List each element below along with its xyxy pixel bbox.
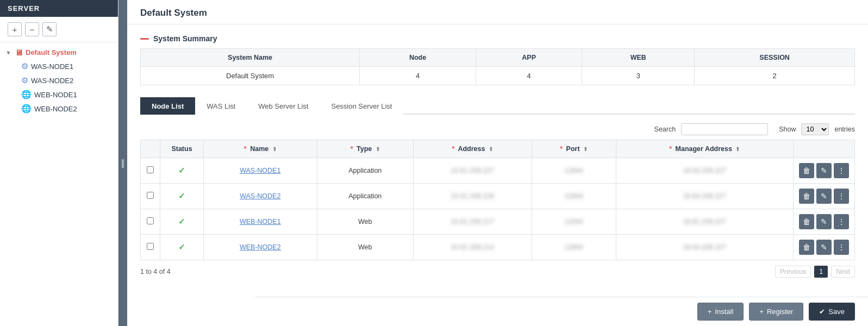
delete-row-button[interactable]: 🗑 xyxy=(799,214,814,229)
plus-icon: + xyxy=(13,25,17,34)
row-manager-address: 18.64.208.227 xyxy=(616,235,793,260)
more-icon: ⋮ xyxy=(838,192,845,200)
sort-icon[interactable]: ⬆ xyxy=(376,146,380,152)
table-row: ✓ WEB-NODE2 Web 10.61.208.214 12844 18.6… xyxy=(141,235,855,260)
system-summary-section-title: System Summary xyxy=(140,34,855,43)
pencil-icon: ✎ xyxy=(821,243,827,252)
main-body: System Summary System Name Node APP WEB … xyxy=(127,24,868,326)
col-type: * Type ⬆ xyxy=(317,140,413,158)
main-content: Default System System Summary System Nam… xyxy=(127,0,868,326)
sidebar-item-label: WAS-NODE1 xyxy=(31,62,73,71)
sort-icon[interactable]: ⬆ xyxy=(489,146,493,152)
table-toolbar: Search Show 10 25 50 100 entries xyxy=(140,123,855,135)
required-indicator: * xyxy=(669,145,672,153)
delete-row-button[interactable]: 🗑 xyxy=(799,240,814,255)
row-checkbox[interactable] xyxy=(147,166,154,173)
sidebar-item-label: WEB-NODE1 xyxy=(34,91,77,99)
more-row-button[interactable]: ⋮ xyxy=(834,189,849,204)
web-node-icon: 🌐 xyxy=(21,104,32,114)
summary-col-system-name: System Name xyxy=(141,49,360,67)
status-check-icon: ✓ xyxy=(178,242,185,252)
register-button[interactable]: + Register xyxy=(749,303,803,321)
sidebar-item-was-node1[interactable]: ⚙ WAS-NODE1 xyxy=(0,59,118,73)
summary-col-app: APP xyxy=(476,49,582,67)
row-port: 12844 xyxy=(532,184,616,209)
summary-session: 2 xyxy=(695,67,855,85)
row-checkbox[interactable] xyxy=(147,192,154,199)
show-select[interactable]: 10 25 50 100 xyxy=(801,123,829,135)
col-name: * Name ⬆ xyxy=(204,140,317,158)
status-check-icon: ✓ xyxy=(178,217,185,226)
pagination-info: 1 to 4 of 4 xyxy=(140,268,171,275)
save-button[interactable]: ✔ Save xyxy=(809,303,855,321)
more-row-button[interactable]: ⋮ xyxy=(834,214,849,229)
edit-row-button[interactable]: ✎ xyxy=(816,214,832,229)
more-row-button[interactable]: ⋮ xyxy=(834,240,849,255)
col-manager-address: * Manager Address ⬆ xyxy=(616,140,793,158)
row-manager-address: 18.81.208.227 xyxy=(616,209,793,235)
sidebar-item-label: WEB-NODE2 xyxy=(34,105,77,113)
page-1-button[interactable]: 1 xyxy=(814,266,828,278)
row-name[interactable]: WAS-NODE2 xyxy=(204,184,317,209)
row-checkbox[interactable] xyxy=(147,243,154,250)
minus-icon: − xyxy=(30,25,35,34)
show-label: Show xyxy=(779,126,796,133)
next-label: Next xyxy=(836,268,850,275)
next-page-button[interactable]: Next xyxy=(831,266,855,278)
tree-arrow-icon: ▼ xyxy=(5,49,12,56)
row-type: Web xyxy=(317,235,413,260)
table-row: ✓ WAS-NODE2 Application 10.61.208.228 12… xyxy=(141,184,855,209)
row-checkbox[interactable] xyxy=(147,217,154,224)
main-header: Default System xyxy=(127,0,868,24)
row-checkbox-cell xyxy=(141,158,160,184)
register-label: Register xyxy=(767,308,793,316)
tab-web-server-list[interactable]: Web Server List xyxy=(247,97,320,115)
row-name[interactable]: WAS-NODE1 xyxy=(204,158,317,184)
sidebar-item-was-node2[interactable]: ⚙ WAS-NODE2 xyxy=(0,73,118,87)
edit-row-button[interactable]: ✎ xyxy=(816,240,832,255)
delete-row-button[interactable]: 🗑 xyxy=(799,163,814,178)
edit-server-button[interactable]: ✎ xyxy=(42,22,57,36)
sort-icon[interactable]: ⬆ xyxy=(583,146,588,152)
row-address: 10.61.208.228 xyxy=(413,184,532,209)
tab-node-list[interactable]: Node List xyxy=(140,97,195,115)
more-icon: ⋮ xyxy=(838,166,845,175)
page-number: 1 xyxy=(819,268,823,275)
edit-row-button[interactable]: ✎ xyxy=(816,189,832,204)
page-title: Default System xyxy=(140,8,207,18)
sidebar-item-web-node1[interactable]: 🌐 WEB-NODE1 xyxy=(0,87,118,102)
web-node-icon: 🌐 xyxy=(21,90,32,99)
edit-row-button[interactable]: ✎ xyxy=(816,163,832,178)
sidebar-collapse-handle[interactable]: ║ xyxy=(118,0,127,326)
pagination-row: 1 to 4 of 4 Previous 1 Next xyxy=(140,266,855,278)
previous-page-button[interactable]: Previous xyxy=(775,266,811,278)
table-row: ✓ WEB-NODE1 Web 10.61.208.217 12044 18.8… xyxy=(141,209,855,235)
delete-row-button[interactable]: 🗑 xyxy=(799,189,814,204)
row-port: 12044 xyxy=(532,209,616,235)
search-input[interactable] xyxy=(681,123,768,135)
tab-session-server-list[interactable]: Session Server List xyxy=(320,97,403,115)
add-server-button[interactable]: + xyxy=(8,22,22,36)
sidebar-item-web-node2[interactable]: 🌐 WEB-NODE2 xyxy=(0,102,118,116)
more-row-button[interactable]: ⋮ xyxy=(834,163,849,178)
row-port: 12844 xyxy=(532,235,616,260)
row-address: 10.61.208.227 xyxy=(413,158,532,184)
row-name[interactable]: WEB-NODE1 xyxy=(204,209,317,235)
save-label: Save xyxy=(828,308,845,316)
pencil-icon: ✎ xyxy=(821,217,827,226)
sidebar-item-default-system[interactable]: ▼ 🖥 Default System xyxy=(0,46,118,59)
summary-node: 4 xyxy=(360,67,476,85)
row-port: 12844 xyxy=(532,158,616,184)
row-type: Application xyxy=(317,184,413,209)
tab-was-list[interactable]: WAS List xyxy=(195,97,247,115)
node-list-table: Status * Name ⬆ * Type ⬆ * Address xyxy=(140,140,855,260)
install-button[interactable]: + Install xyxy=(697,303,744,321)
sort-icon[interactable]: ⬆ xyxy=(272,146,277,152)
section-title-text: System Summary xyxy=(153,34,217,43)
pencil-icon: ✎ xyxy=(821,192,827,200)
row-status: ✓ xyxy=(160,158,204,184)
sort-icon[interactable]: ⬆ xyxy=(735,146,740,152)
sidebar-toolbar: + − ✎ xyxy=(0,17,118,42)
row-name[interactable]: WEB-NODE2 xyxy=(204,235,317,260)
remove-server-button[interactable]: − xyxy=(25,22,39,36)
